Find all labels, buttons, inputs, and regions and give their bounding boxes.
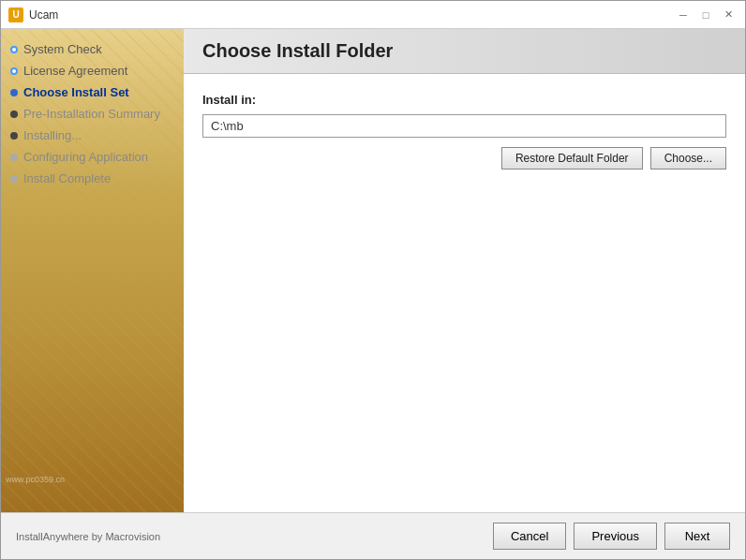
main-panel: Choose Install Folder Install in: Restor…	[184, 29, 745, 512]
restore-default-button[interactable]: Restore Default Folder	[501, 147, 643, 169]
install-path-input[interactable]	[202, 114, 726, 138]
sidebar-item-installing: Installing...	[1, 125, 184, 146]
footer-buttons: Cancel Previous Next	[493, 523, 730, 550]
main-body: Install in: Restore Default Folder Choos…	[184, 74, 745, 512]
nav-dot-license-agreement	[10, 67, 18, 75]
sidebar-item-system-check: System Check	[1, 38, 184, 60]
sidebar-label-configuring-application: Configuring Application	[23, 150, 148, 164]
previous-button[interactable]: Previous	[574, 523, 657, 550]
sidebar-label-pre-install-summary: Pre-Installation Summary	[23, 107, 160, 121]
nav-dot-choose-install-set	[10, 89, 18, 96]
nav-dot-pre-install-summary	[10, 111, 18, 118]
choose-button[interactable]: Choose...	[650, 147, 726, 169]
main-header: Choose Install Folder	[184, 29, 745, 74]
folder-buttons: Restore Default Folder Choose...	[202, 147, 726, 169]
minimize-button[interactable]: ─	[674, 6, 693, 24]
sidebar: System Check License Agreement Choose In…	[1, 29, 184, 512]
sidebar-item-license-agreement: License Agreement	[1, 60, 184, 81]
title-bar-controls: ─ □ ✕	[674, 6, 738, 24]
nav-dot-install-complete	[10, 175, 18, 183]
main-window: U Ucam ─ □ ✕ System Check License Agreem…	[0, 0, 746, 560]
nav-dot-configuring-application	[10, 154, 18, 161]
sidebar-item-configuring-application: Configuring Application	[1, 146, 184, 168]
sidebar-label-choose-install-set: Choose Install Set	[23, 85, 129, 99]
sidebar-item-install-complete: Install Complete	[1, 168, 184, 189]
sidebar-nav: System Check License Agreement Choose In…	[1, 29, 184, 199]
sidebar-label-license-agreement: License Agreement	[23, 64, 127, 78]
install-in-label: Install in:	[202, 93, 726, 107]
sidebar-label-install-complete: Install Complete	[23, 171, 111, 185]
sidebar-item-pre-install-summary: Pre-Installation Summary	[1, 103, 184, 125]
nav-dot-installing	[10, 132, 18, 140]
app-icon: U	[8, 7, 23, 22]
cancel-button[interactable]: Cancel	[493, 523, 566, 550]
maximize-button[interactable]: □	[696, 6, 715, 24]
installany-label: InstallAnywhere by Macrovision	[16, 531, 160, 542]
sidebar-label-installing: Installing...	[23, 128, 82, 142]
title-bar: U Ucam ─ □ ✕	[1, 1, 745, 29]
footer: InstallAnywhere by Macrovision Cancel Pr…	[1, 512, 745, 559]
content-area: System Check License Agreement Choose In…	[1, 29, 745, 512]
nav-dot-system-check	[10, 46, 18, 53]
page-title: Choose Install Folder	[202, 40, 726, 62]
sidebar-watermark: www.pc0359.cn	[6, 475, 65, 484]
next-button[interactable]: Next	[664, 523, 730, 550]
sidebar-label-system-check: System Check	[23, 42, 102, 56]
close-button[interactable]: ✕	[719, 6, 738, 24]
window-title: Ucam	[29, 8, 58, 22]
sidebar-item-choose-install-set: Choose Install Set	[1, 81, 184, 103]
title-bar-left: U Ucam	[8, 7, 58, 22]
